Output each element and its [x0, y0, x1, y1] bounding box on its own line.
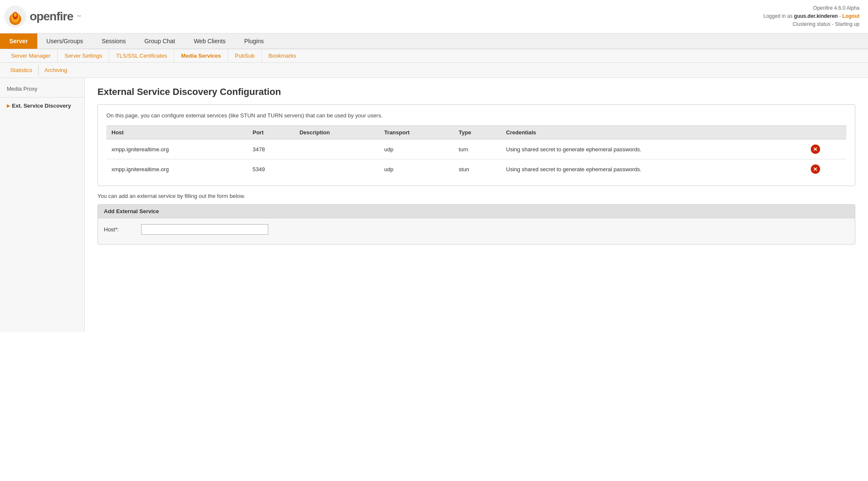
table-cell-port: 5349: [248, 159, 295, 179]
logo-icon: [4, 6, 26, 28]
main-nav-tab-web-clients[interactable]: Web Clients: [184, 33, 235, 49]
table-cell-type: turn: [453, 139, 501, 159]
sidebar: Media Proxy▶Ext. Service Discovery: [0, 78, 85, 332]
sub-nav: Server ManagerServer SettingsTLS/SSL Cer…: [0, 49, 868, 63]
logo: openfire ™: [4, 6, 81, 28]
logo-text: openfire: [30, 10, 73, 23]
table-cell-delete: ✕: [806, 139, 846, 159]
delete-row-button[interactable]: ✕: [811, 164, 820, 174]
table-header-type: Type: [453, 126, 501, 139]
main-nav-tab-server[interactable]: Server: [0, 33, 37, 49]
table-header-row: HostPortDescriptionTransportTypeCredenti…: [106, 126, 846, 139]
table-row: xmpp.igniterealtime.org3478udpturnUsing …: [106, 139, 846, 159]
host-input[interactable]: [141, 224, 268, 235]
table-header-description: Description: [295, 126, 379, 139]
sub-sub-nav: StatisticsArchiving: [0, 63, 868, 78]
sidebar-arrow-icon: ▶: [7, 103, 10, 108]
sub-nav-item-server-settings[interactable]: Server Settings: [58, 49, 109, 62]
sub-nav-item-tls-ssl-certificates[interactable]: TLS/SSL Certificates: [109, 49, 174, 62]
table-header-port: Port: [248, 126, 295, 139]
table-header-actions: [806, 126, 846, 139]
add-service-body: Host*:: [98, 218, 855, 244]
main-content: External Service Discovery Configuration…: [85, 78, 868, 332]
table-header-transport: Transport: [379, 126, 454, 139]
table-header: HostPortDescriptionTransportTypeCredenti…: [106, 126, 846, 139]
svg-point-4: [14, 13, 17, 17]
table-cell-transport: udp: [379, 159, 454, 179]
sidebar-item-label: Ext. Service Discovery: [12, 103, 71, 109]
logout-link[interactable]: Logout: [842, 13, 860, 19]
login-info: Logged in as guus.der.kinderen - Logout: [763, 12, 860, 20]
sub-nav-item-server-manager[interactable]: Server Manager: [4, 49, 58, 62]
table-header-credentials: Credentials: [501, 126, 806, 139]
sub-sub-nav-item-statistics[interactable]: Statistics: [4, 65, 39, 75]
main-nav-tab-group-chat[interactable]: Group Chat: [135, 33, 184, 49]
table-header-host: Host: [106, 126, 248, 139]
header: openfire ™ Openfire 4.6.0 Alpha Logged i…: [0, 0, 868, 33]
clustering-status: Clustering status - Starting up: [763, 20, 860, 28]
table-body: xmpp.igniterealtime.org3478udpturnUsing …: [106, 139, 846, 179]
table-cell-description: [295, 139, 379, 159]
main-nav-tab-sessions[interactable]: Sessions: [92, 33, 135, 49]
sub-nav-item-bookmarks[interactable]: Bookmarks: [262, 49, 303, 62]
sidebar-item-media-proxy[interactable]: Media Proxy: [0, 82, 84, 95]
main-nav-tab-plugins[interactable]: Plugins: [235, 33, 273, 49]
add-service-box: Add External Service Host*:: [97, 204, 855, 245]
table-cell-credentials: Using shared secret to generate ephemera…: [501, 159, 806, 179]
logo-trademark: ™: [76, 14, 81, 19]
table-cell-host: xmpp.igniterealtime.org: [106, 159, 248, 179]
username: guus.der.kinderen: [794, 13, 837, 19]
table-cell-credentials: Using shared secret to generate ephemera…: [501, 139, 806, 159]
host-label: Host*:: [104, 226, 138, 233]
delete-row-button[interactable]: ✕: [811, 145, 820, 154]
table-cell-port: 3478: [248, 139, 295, 159]
table-cell-transport: udp: [379, 139, 454, 159]
main-nav-tab-users-groups[interactable]: Users/Groups: [37, 33, 92, 49]
services-table: HostPortDescriptionTransportTypeCredenti…: [106, 125, 846, 179]
content-card: On this page, you can configure external…: [97, 104, 855, 186]
table-row: xmpp.igniterealtime.org5349udpstunUsing …: [106, 159, 846, 179]
card-body: On this page, you can configure external…: [98, 105, 855, 186]
sub-sub-nav-item-archiving[interactable]: Archiving: [39, 65, 73, 75]
sub-nav-item-pubsub[interactable]: PubSub: [228, 49, 262, 62]
card-description: On this page, you can configure external…: [106, 111, 846, 120]
table-cell-host: xmpp.igniterealtime.org: [106, 139, 248, 159]
content-wrapper: Media Proxy▶Ext. Service Discovery Exter…: [0, 78, 868, 332]
main-nav: ServerUsers/GroupsSessionsGroup ChatWeb …: [0, 33, 868, 49]
add-service-header: Add External Service: [98, 205, 855, 218]
logged-in-text: Logged in as: [763, 13, 793, 19]
add-section-description: You can add an external service by filli…: [97, 193, 855, 199]
page-title: External Service Discovery Configuration: [97, 86, 855, 97]
host-form-row: Host*:: [104, 224, 849, 235]
sidebar-item-label: Media Proxy: [7, 86, 37, 92]
header-info: Openfire 4.6.0 Alpha Logged in as guus.d…: [763, 4, 860, 29]
sidebar-item-ext--service-discovery[interactable]: ▶Ext. Service Discovery: [0, 99, 84, 112]
table-cell-delete: ✕: [806, 159, 846, 179]
sub-nav-item-media-services[interactable]: Media Services: [174, 49, 228, 62]
table-cell-type: stun: [453, 159, 501, 179]
version-text: Openfire 4.6.0 Alpha: [763, 4, 860, 12]
table-cell-description: [295, 159, 379, 179]
sidebar-divider: [0, 97, 84, 97]
